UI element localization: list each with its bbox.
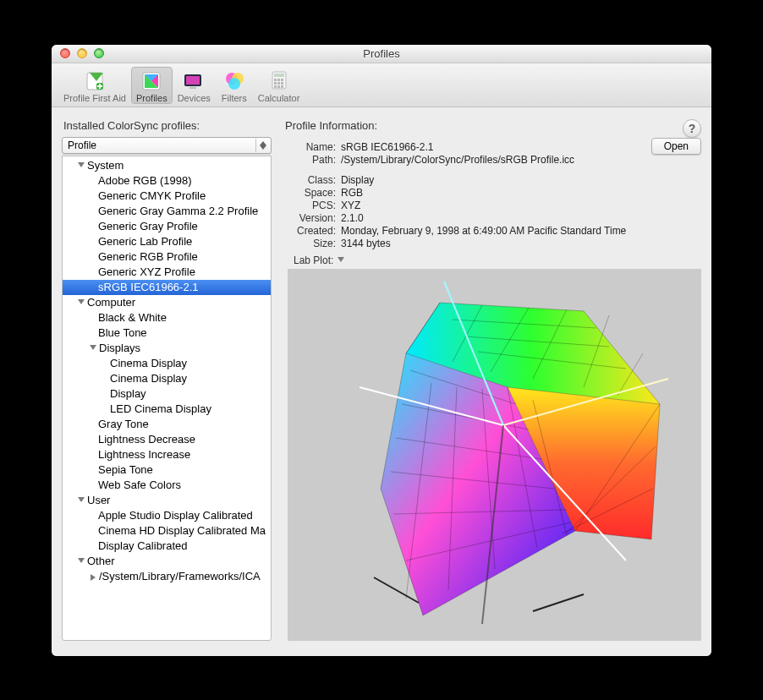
tree-item[interactable]: Adobe RGB (1998): [63, 173, 271, 189]
profile-sort-dropdown-label: Profile: [68, 139, 96, 151]
kv-label: Name:: [288, 141, 336, 153]
toolbar: Profile First AidProfilesDevicesFiltersC…: [52, 63, 711, 107]
kv-label: PCS:: [288, 200, 336, 211]
tree-label: Display: [110, 386, 146, 402]
svg-rect-21: [277, 82, 280, 85]
tree-item[interactable]: sRGB IEC61966-2.1: [63, 280, 271, 295]
svg-rect-16: [274, 74, 284, 77]
disclosure-triangle-icon[interactable]: [78, 558, 85, 563]
svg-rect-19: [281, 79, 283, 81]
tree-label: Generic XYZ Profile: [98, 265, 195, 280]
svg-rect-4: [97, 85, 102, 87]
kv-label: Class:: [288, 174, 336, 186]
tree-item[interactable]: Generic RGB Profile: [63, 249, 271, 265]
profile-sort-dropdown[interactable]: Profile: [62, 137, 272, 154]
tree-item[interactable]: Gray Tone: [63, 417, 271, 432]
tree-label: /System/Library/Frameworks/ICA: [99, 569, 261, 584]
toolbar-label: Calculator: [258, 93, 300, 103]
tree-label: Other: [87, 554, 115, 569]
toolbar-filters[interactable]: Filters: [216, 67, 253, 104]
tree-label: Cinema HD Display Calibrated Ma: [98, 523, 266, 539]
tree-label: Web Safe Colors: [98, 478, 181, 493]
disclosure-triangle-icon[interactable]: [78, 497, 85, 502]
open-button[interactable]: Open: [651, 138, 701, 155]
kv-name-value: sRGB IEC61966-2.1: [341, 141, 643, 153]
tree-label: Lightness Increase: [98, 447, 190, 462]
toolbar-label: Filters: [222, 93, 247, 103]
tree-item[interactable]: Cinema Display: [63, 356, 271, 371]
triangle-down-icon[interactable]: [338, 257, 344, 262]
disclosure-triangle-icon[interactable]: [78, 162, 85, 167]
tree-item[interactable]: Lightness Decrease: [63, 432, 271, 447]
app-window: Profiles Profile First AidProfilesDevice…: [52, 45, 711, 656]
tree-group[interactable]: User: [63, 493, 271, 508]
toolbar-profiles[interactable]: Profiles: [131, 67, 173, 104]
toolbar-calculator[interactable]: Calculator: [253, 67, 305, 104]
tree-item[interactable]: Generic Lab Profile: [63, 234, 271, 249]
svg-rect-25: [281, 85, 283, 88]
tree-item[interactable]: Sepia Tone: [63, 462, 271, 478]
disclosure-triangle-icon[interactable]: [91, 574, 96, 581]
tree-label: Generic RGB Profile: [98, 249, 198, 265]
profile-information-header: Profile Information:: [283, 119, 377, 132]
tree-label: Displays: [99, 341, 140, 356]
disclosure-triangle-icon[interactable]: [78, 299, 85, 304]
tree-item[interactable]: Generic CMYK Profile: [63, 189, 271, 204]
svg-rect-22: [281, 82, 283, 85]
tree-item[interactable]: Display Calibrated: [63, 539, 271, 554]
toolbar-label: Devices: [178, 93, 211, 103]
tree-item[interactable]: Cinema Display: [63, 371, 271, 386]
tree-group[interactable]: Displays: [63, 341, 271, 356]
tree-item[interactable]: Generic XYZ Profile: [63, 265, 271, 280]
tree-label: Generic Lab Profile: [98, 234, 192, 249]
window-title: Profiles: [52, 47, 711, 60]
svg-rect-18: [277, 79, 280, 81]
kv-path-value: /System/Library/ColorSync/Profiles/sRGB …: [341, 154, 643, 166]
svg-marker-27: [260, 145, 266, 150]
tree-item[interactable]: Display: [63, 386, 271, 402]
svg-rect-20: [274, 82, 277, 85]
profile-first-aid-icon: [81, 68, 108, 92]
kv-class-value: Display: [341, 174, 701, 186]
tree-item[interactable]: Generic Gray Gamma 2.2 Profile: [63, 204, 271, 219]
tree-label: Apple Studio Display Calibrated: [98, 508, 253, 523]
disclosure-triangle-icon[interactable]: [90, 345, 96, 350]
toolbar-devices[interactable]: Devices: [173, 67, 216, 104]
svg-rect-24: [277, 85, 280, 88]
lab-plot[interactable]: [288, 269, 701, 641]
chevron-updown-icon: [255, 139, 269, 152]
tree-label: Lightness Decrease: [98, 432, 195, 447]
tree-item[interactable]: LED Cinema Display: [63, 402, 271, 417]
tree-label: Cinema Display: [110, 356, 187, 371]
profile-tree[interactable]: SystemAdobe RGB (1998)Generic CMYK Profi…: [62, 156, 272, 641]
tree-label: Black & White: [98, 310, 167, 325]
tree-group[interactable]: System: [63, 158, 271, 173]
tree-group[interactable]: Other: [63, 554, 271, 569]
toolbar-label: Profile First Aid: [63, 93, 126, 103]
svg-rect-11: [189, 87, 196, 89]
kv-pcs-value: XYZ: [341, 200, 701, 211]
tree-item[interactable]: Generic Gray Profile: [63, 219, 271, 234]
devices-icon: [180, 68, 207, 92]
tree-item[interactable]: Blue Tone: [63, 325, 271, 341]
tree-item[interactable]: Apple Studio Display Calibrated: [63, 508, 271, 523]
tree-label: Generic Gray Gamma 2.2 Profile: [98, 204, 258, 219]
tree-label: User: [87, 493, 110, 508]
kv-size-value: 3144 bytes: [341, 238, 701, 249]
titlebar: Profiles: [52, 45, 711, 63]
help-button[interactable]: ?: [683, 119, 701, 138]
tree-item[interactable]: Lightness Increase: [63, 447, 271, 462]
tree-item[interactable]: Black & White: [63, 310, 271, 325]
tree-group[interactable]: Computer: [63, 295, 271, 310]
tree-item[interactable]: Cinema HD Display Calibrated Ma: [63, 523, 271, 539]
labplot-label: Lab Plot:: [294, 254, 333, 266]
svg-rect-23: [274, 85, 277, 88]
tree-item[interactable]: Web Safe Colors: [63, 478, 271, 493]
tree-group[interactable]: /System/Library/Frameworks/ICA: [63, 569, 271, 584]
tree-label: Generic Gray Profile: [98, 219, 198, 234]
toolbar-profile-first-aid[interactable]: Profile First Aid: [58, 67, 131, 104]
tree-label: System: [87, 158, 124, 173]
tree-label: LED Cinema Display: [110, 402, 211, 417]
tree-label: Blue Tone: [98, 325, 147, 341]
kv-created-value: Monday, February 9, 1998 at 6:49:00 AM P…: [341, 225, 701, 237]
